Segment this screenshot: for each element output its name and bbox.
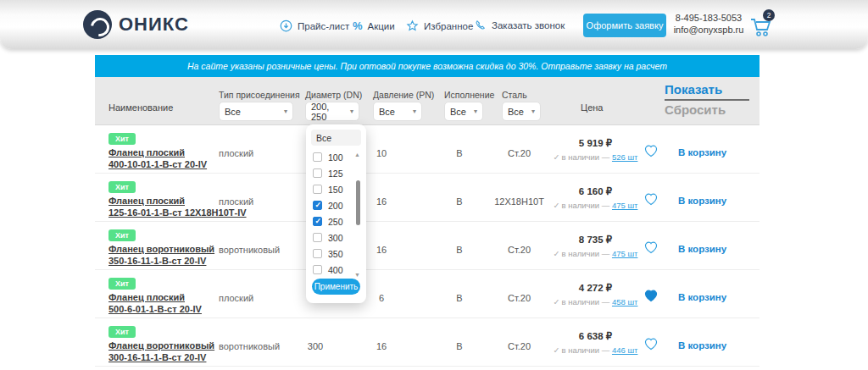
select-execution[interactable]: Все ▾ xyxy=(444,102,483,121)
select-diameter-value: 200, 250 xyxy=(311,102,347,122)
scrollbar-thumb[interactable] xyxy=(356,180,360,225)
cell-pn: 6 xyxy=(369,293,394,303)
checkbox[interactable] xyxy=(313,152,322,162)
cell-execution: В xyxy=(451,293,468,303)
dn-option-0[interactable]: 100 xyxy=(306,149,357,165)
add-to-cart-button[interactable]: В корзину xyxy=(678,340,726,351)
nav-favorites[interactable]: Избранное xyxy=(406,19,473,32)
check-icon: ✓ xyxy=(554,345,560,355)
check-icon: ✓ xyxy=(554,249,560,258)
price: 6 160 ₽ xyxy=(547,185,644,197)
dn-option-5[interactable]: 300 xyxy=(306,229,357,246)
diameter-dropdown-panel: 100 125 150 200 250 300 350 400 ▲ ▼ Прим… xyxy=(306,124,366,303)
show-results-button[interactable]: Показать xyxy=(665,82,749,101)
email-address[interactable]: info@onyxspb.ru xyxy=(672,24,745,36)
product-name: Фланец воротниковый xyxy=(108,340,214,351)
nav-order-call[interactable]: Заказать звонок xyxy=(475,19,565,31)
product-link[interactable]: Фланец воротниковый 350-16-11-1-В-ст 20-… xyxy=(108,243,214,267)
dn-option-3[interactable]: 200 xyxy=(306,197,357,213)
cart-button[interactable]: 2 xyxy=(749,17,775,39)
stock-prefix: в наличии — xyxy=(562,201,612,210)
option-label: 200 xyxy=(328,201,343,211)
dn-option-4[interactable]: 250 xyxy=(306,213,357,229)
check-icon: ✓ xyxy=(554,201,560,210)
promo-banner: На сайте указаны розничные цены. При опт… xyxy=(95,55,760,77)
percent-icon: % xyxy=(353,19,363,32)
check-icon: ✓ xyxy=(554,152,560,162)
stock-link[interactable]: 475 шт xyxy=(612,201,637,210)
add-to-cart-button[interactable]: В корзину xyxy=(678,196,726,206)
checkbox[interactable] xyxy=(313,217,322,226)
dn-option-6[interactable]: 350 xyxy=(306,246,357,262)
checkbox[interactable] xyxy=(313,185,322,194)
stock-line: ✓в наличии — 475 шт xyxy=(538,249,653,258)
checkbox[interactable] xyxy=(313,233,322,242)
apply-filter-button[interactable]: Применить xyxy=(312,279,360,295)
product-link[interactable]: Фланец плоский 400-10-01-1-В-ст 20-IV xyxy=(108,146,207,170)
hit-badge: Хит xyxy=(108,326,136,338)
logo-icon xyxy=(83,10,112,39)
reset-filters-button[interactable]: Сбросить xyxy=(665,102,726,117)
dropdown-search-input[interactable] xyxy=(311,130,361,146)
stock-link[interactable]: 458 шт xyxy=(612,297,637,306)
cell-execution: В xyxy=(451,341,468,351)
scroll-down-icon[interactable]: ▼ xyxy=(354,272,360,278)
scroll-up-icon[interactable]: ▲ xyxy=(354,152,360,157)
cell-pn: 16 xyxy=(369,196,394,207)
product-link[interactable]: Фланец воротниковый 300-16-11-1-В-ст 20-… xyxy=(108,340,214,363)
option-label: 125 xyxy=(328,168,343,179)
checkbox[interactable] xyxy=(313,168,322,178)
product-link[interactable]: Фланец плоский 500-6-01-1-В-ст 20-IV xyxy=(108,291,202,315)
price: 4 272 ₽ xyxy=(547,282,644,294)
select-diameter[interactable]: 200, 250 ▾ xyxy=(305,102,359,121)
checkbox[interactable] xyxy=(313,265,322,274)
table-row: Хит Фланец воротниковый 350-16-11-1-В-ст… xyxy=(95,222,760,270)
option-label: 150 xyxy=(328,185,343,195)
chevron-down-icon: ▾ xyxy=(350,108,353,115)
product-name: Фланец плоский xyxy=(108,292,185,302)
favorite-button-1[interactable] xyxy=(643,192,659,207)
dn-option-1[interactable]: 125 xyxy=(306,165,357,181)
product-code: 400-10-01-1-В-ст 20-IV xyxy=(108,159,207,169)
favorite-button-0[interactable] xyxy=(643,144,659,159)
submit-request-button[interactable]: Оформить заявку xyxy=(583,14,666,37)
add-to-cart-button[interactable]: В корзину xyxy=(678,292,726,302)
favorite-button-2[interactable] xyxy=(643,240,659,256)
download-circle-icon xyxy=(280,19,292,32)
stock-prefix: в наличии — xyxy=(562,345,612,355)
heart-icon xyxy=(643,144,659,157)
stock-link[interactable]: 475 шт xyxy=(612,249,637,258)
heart-icon xyxy=(643,337,659,351)
filter-label-steel: Сталь xyxy=(502,90,527,100)
checkbox[interactable] xyxy=(313,249,322,258)
option-label: 100 xyxy=(328,152,343,163)
cell-pn: 10 xyxy=(369,148,394,158)
heart-icon xyxy=(643,240,659,254)
select-connection-type[interactable]: Все ▾ xyxy=(219,102,293,121)
hit-badge: Хит xyxy=(108,181,136,193)
favorite-button-3[interactable] xyxy=(643,289,659,304)
phone-number[interactable]: 8-495-183-5053 xyxy=(672,12,745,24)
dn-option-2[interactable]: 150 xyxy=(306,181,357,197)
nav-sales-label: Акции xyxy=(368,21,395,31)
chevron-down-icon: ▾ xyxy=(413,108,416,115)
add-to-cart-button[interactable]: В корзину xyxy=(678,147,726,157)
heart-icon xyxy=(643,289,659,302)
table-row: Хит Фланец плоский 500-6-01-1-В-ст 20-IV… xyxy=(95,270,760,318)
table-row: Хит Фланец плоский 400-10-01-1-В-ст 20-I… xyxy=(95,125,760,174)
stock-link[interactable]: 446 шт xyxy=(612,345,637,355)
nav-sales[interactable]: % Акции xyxy=(353,19,395,32)
dn-option-7[interactable]: 400 xyxy=(306,262,357,278)
stock-link[interactable]: 526 шт xyxy=(612,152,637,162)
add-to-cart-button[interactable]: В корзину xyxy=(678,244,726,254)
hit-badge: Хит xyxy=(108,133,136,145)
nav-pricelist[interactable]: Прайс-лист xyxy=(280,19,349,32)
favorite-button-4[interactable] xyxy=(643,337,659,352)
cell-type: плоский xyxy=(219,293,253,303)
select-steel[interactable]: Все ▾ xyxy=(502,102,541,121)
chevron-down-icon: ▾ xyxy=(474,108,477,115)
logo[interactable]: ОНИКС xyxy=(83,10,189,39)
select-pressure[interactable]: Все ▾ xyxy=(373,102,422,121)
table-row: Хит Фланец воротниковый 300-16-11-1-В-ст… xyxy=(95,318,760,367)
checkbox[interactable] xyxy=(313,201,322,210)
